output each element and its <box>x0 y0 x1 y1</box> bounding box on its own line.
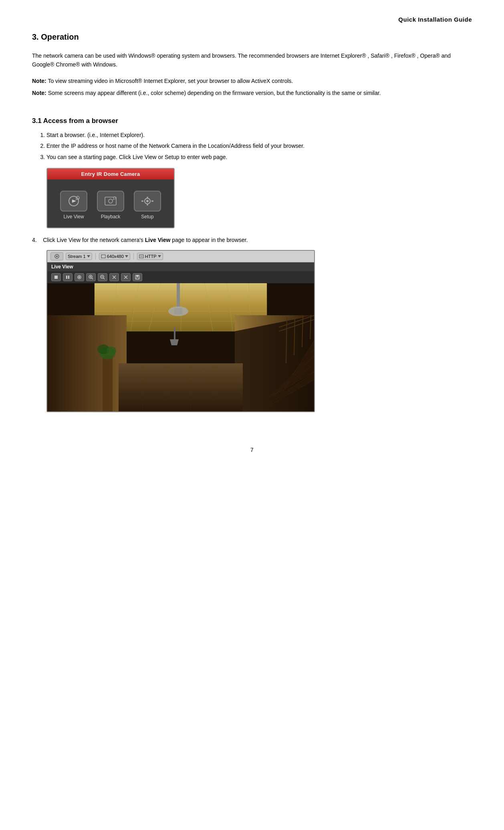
resolution-label: 640x480 <box>107 254 124 259</box>
live-view-icon <box>60 191 87 212</box>
svg-rect-11 <box>147 203 148 205</box>
pause-btn[interactable] <box>63 273 73 281</box>
setup-icon <box>134 191 161 212</box>
svg-point-85 <box>107 347 116 355</box>
toolbar-sep-2 <box>133 253 134 260</box>
camera-ui-body: Live View Playback <box>47 179 174 228</box>
svg-rect-24 <box>68 276 69 279</box>
camera-ui-titlebar: Entry IR Dome Camera <box>47 169 174 179</box>
stream-label: Stream 1 <box>68 254 86 259</box>
svg-rect-17 <box>101 255 105 258</box>
svg-marker-18 <box>125 255 128 258</box>
svg-rect-10 <box>147 197 148 199</box>
live-view-header-text: Live View <box>51 264 73 270</box>
page-header: Quick Installation Guide <box>32 16 472 23</box>
stream-selector[interactable]: Stream 1 <box>66 253 92 260</box>
steps-list: Start a browser. (i.e., Internet Explore… <box>32 131 472 162</box>
live-view-label: Live View <box>63 214 84 220</box>
svg-marker-21 <box>158 255 161 258</box>
playback-label: Playback <box>101 214 121 220</box>
playback-icon <box>97 191 124 212</box>
protocol-label: HTTP <box>145 254 157 259</box>
camera-ui-screenshot: Entry IR Dome Camera Live View <box>46 168 175 228</box>
live-view-screenshot: Stream 1 640x480 HTTP Live View <box>46 250 315 412</box>
camera-playback-btn[interactable]: Playback <box>97 191 124 220</box>
svg-point-26 <box>79 276 80 278</box>
protocol-selector[interactable]: HTTP <box>137 253 163 260</box>
svg-marker-1 <box>72 199 76 203</box>
svg-line-33 <box>103 278 105 279</box>
svg-line-3 <box>76 199 77 200</box>
svg-line-7 <box>113 199 114 200</box>
note1-label: Note: <box>32 78 46 84</box>
svg-rect-13 <box>151 200 153 201</box>
svg-rect-59 <box>174 308 182 314</box>
svg-rect-39 <box>136 275 139 277</box>
note2-text: Some screens may appear different (i.e.,… <box>46 90 381 96</box>
section-title: 3. Operation <box>32 32 472 42</box>
note-1: Note: To view streaming video in Microso… <box>32 77 472 85</box>
note2-label: Note: <box>32 90 46 96</box>
note1-text: To view streaming video in Microsoft® In… <box>46 78 293 84</box>
page-number: 7 <box>32 447 472 453</box>
step-3: You can see a starting page. Click Live … <box>46 153 472 162</box>
toolbar-sep-1 <box>95 253 96 260</box>
subsection-title: 3.1 Access from a browser <box>32 117 472 125</box>
resolution-selector[interactable]: 640x480 <box>99 253 130 260</box>
live-view-toolbar[interactable]: Stream 1 640x480 HTTP <box>47 251 314 262</box>
setup-label: Setup <box>141 214 153 220</box>
live-view-image <box>47 283 314 411</box>
svg-rect-22 <box>54 276 58 279</box>
svg-point-9 <box>146 200 149 202</box>
intro-paragraph: The network camera can be used with Wind… <box>32 51 472 69</box>
step-2: Enter the IP address or host name of the… <box>46 141 472 151</box>
live-view-controls[interactable] <box>47 271 314 283</box>
close-btn-2[interactable] <box>121 273 131 281</box>
record-btn[interactable] <box>75 273 84 281</box>
header-title: Quick Installation Guide <box>398 16 472 23</box>
svg-rect-86 <box>174 327 175 339</box>
step-1: Start a browser. (i.e., Internet Explore… <box>46 131 472 140</box>
step-4: 4. Click Live View for the network camer… <box>32 236 472 244</box>
zoom-out-btn[interactable] <box>98 273 107 281</box>
camera-setup-btn[interactable]: Setup <box>134 191 161 220</box>
note-2: Note: Some screens may appear different … <box>32 89 472 97</box>
settings-icon-btn[interactable] <box>50 252 63 260</box>
save-btn[interactable] <box>133 273 142 281</box>
svg-line-30 <box>92 278 93 279</box>
svg-rect-4 <box>105 197 116 205</box>
svg-rect-57 <box>177 283 180 307</box>
svg-rect-60 <box>47 315 127 411</box>
svg-rect-82 <box>103 355 113 411</box>
close-btn-1[interactable] <box>109 273 119 281</box>
svg-marker-16 <box>87 255 90 258</box>
svg-rect-12 <box>141 200 143 201</box>
svg-point-15 <box>56 256 58 257</box>
camera-live-view-btn[interactable]: Live View <box>60 191 87 220</box>
stop-btn[interactable] <box>51 273 61 281</box>
svg-rect-23 <box>66 276 67 279</box>
zoom-in-btn[interactable] <box>86 273 96 281</box>
live-view-header-bar: Live View <box>47 262 314 271</box>
svg-point-5 <box>109 199 113 203</box>
